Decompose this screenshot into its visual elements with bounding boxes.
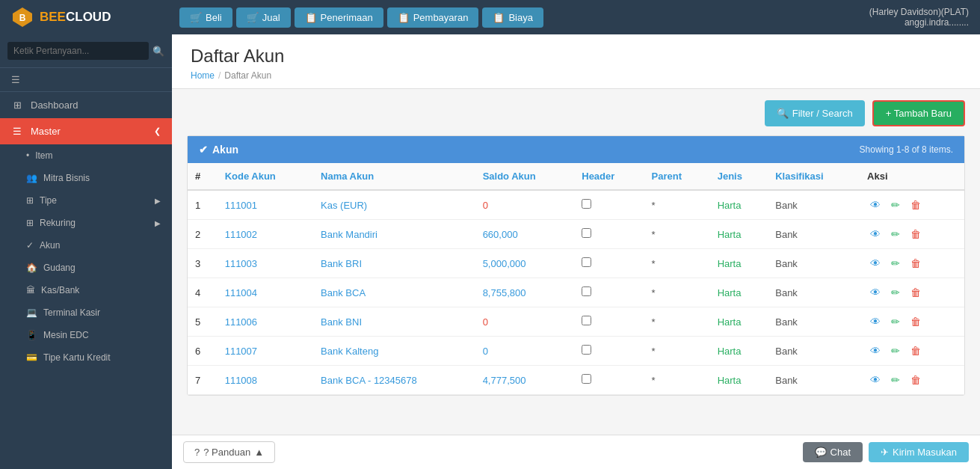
- action-bar: 🔍 Filter / Search + Tambah Baru: [187, 100, 965, 126]
- tipe-kartu-icon: 💳: [26, 352, 37, 363]
- sidebar-item-mitra-bisnis[interactable]: 👥 Mitra Bisnis: [0, 167, 172, 189]
- send-icon: ✈: [881, 447, 889, 458]
- delete-icon[interactable]: 🗑: [907, 372, 924, 388]
- gudang-icon: 🏠: [26, 263, 37, 273]
- filter-search-button[interactable]: 🔍 Filter / Search: [765, 100, 865, 126]
- panduan-button[interactable]: ? ? Panduan ▲: [183, 441, 275, 463]
- item-icon: •: [26, 150, 29, 161]
- delete-icon[interactable]: 🗑: [907, 226, 924, 242]
- sidebar-toggle[interactable]: ☰: [0, 68, 172, 92]
- sidebar-item-akun[interactable]: ✓ Akun: [0, 234, 172, 257]
- edit-icon[interactable]: ✏: [887, 197, 904, 213]
- search-input[interactable]: [7, 42, 149, 60]
- table-card-header: ✔ Akun Showing 1-8 of 8 items.: [188, 136, 964, 163]
- col-kode-akun: Kode Akun: [218, 163, 313, 190]
- delete-icon[interactable]: 🗑: [907, 284, 924, 301]
- view-icon[interactable]: 👁: [867, 372, 884, 388]
- edit-icon[interactable]: ✏: [887, 343, 904, 359]
- cell-jenis: Harta: [710, 366, 768, 395]
- akun-table: # Kode Akun Nama Akun Saldo Akun Header …: [188, 163, 964, 395]
- chat-icon: 💬: [815, 447, 827, 458]
- sidebar-item-gudang[interactable]: 🏠 Gudang: [0, 257, 172, 279]
- penerimaan-button[interactable]: 📋 Penerimaan: [295, 7, 383, 28]
- view-icon[interactable]: 👁: [867, 343, 884, 359]
- content-area: Daftar Akun Home / Daftar Akun 🔍 Filter …: [172, 34, 980, 469]
- cell-jenis: Harta: [710, 249, 768, 278]
- table-row: 4 111004 Bank BCA 8,755,800 * Harta Bank…: [188, 278, 964, 307]
- delete-icon[interactable]: 🗑: [907, 313, 924, 330]
- sidebar-item-dashboard[interactable]: ⊞ Dashboard: [0, 92, 172, 118]
- cell-header[interactable]: [574, 278, 644, 307]
- sidebar-item-kas-bank[interactable]: 🏛 Kas/Bank: [0, 279, 172, 301]
- breadcrumb-home[interactable]: Home: [191, 70, 215, 81]
- sidebar-item-mesin-edc[interactable]: 📱 Mesin EDC: [0, 324, 172, 346]
- rekuring-chevron-icon: ▶: [155, 219, 161, 227]
- delete-icon[interactable]: 🗑: [907, 255, 924, 272]
- tipe-icon: ⊞: [26, 195, 34, 206]
- view-icon[interactable]: 👁: [867, 226, 884, 242]
- cell-saldo: 8,755,800: [475, 278, 575, 307]
- sidebar-item-rekuring[interactable]: ⊞ Rekuring ▶: [0, 212, 172, 234]
- cell-saldo: 4,777,500: [475, 366, 575, 395]
- cell-parent: *: [644, 337, 710, 366]
- kas-bank-icon: 🏛: [26, 285, 35, 295]
- jual-button[interactable]: 🛒 Jual: [236, 7, 291, 28]
- tambah-baru-button[interactable]: + Tambah Baru: [872, 100, 965, 126]
- sidebar-item-tipe[interactable]: ⊞ Tipe ▶: [0, 189, 172, 212]
- chat-button[interactable]: 💬 Chat: [803, 442, 863, 462]
- delete-icon[interactable]: 🗑: [907, 197, 924, 213]
- sidebar-nav: ⊞ Dashboard ☰ Master ❮ • Item 👥 Mitra Bi…: [0, 92, 172, 469]
- sidebar-item-tipe-kartu-kredit[interactable]: 💳 Tipe Kartu Kredit: [0, 346, 172, 369]
- cell-kode[interactable]: 111007: [218, 337, 313, 366]
- master-chevron-icon: ❮: [154, 126, 161, 136]
- beli-button[interactable]: 🛒 Beli: [179, 7, 232, 28]
- edit-icon[interactable]: ✏: [887, 313, 904, 330]
- pembayaran-button[interactable]: 📋 Pembayaran: [387, 7, 479, 28]
- sidebar-item-master[interactable]: ☰ Master ❮: [0, 118, 172, 144]
- table-card: ✔ Akun Showing 1-8 of 8 items. # Kode Ak…: [187, 135, 965, 396]
- sidebar-search-area: 🔍: [0, 34, 172, 68]
- cell-kode[interactable]: 111008: [218, 366, 313, 395]
- view-icon[interactable]: 👁: [867, 284, 884, 301]
- sidebar-item-terminal-kasir[interactable]: 💻 Terminal Kasir: [0, 301, 172, 324]
- cell-header[interactable]: [574, 307, 644, 337]
- biaya-button[interactable]: 📋 Biaya: [482, 7, 543, 28]
- cell-aksi: 👁 ✏ 🗑: [860, 337, 964, 366]
- cell-no: 6: [188, 337, 218, 366]
- cell-header[interactable]: [574, 220, 644, 249]
- cell-kode[interactable]: 111006: [218, 307, 313, 337]
- view-icon[interactable]: 👁: [867, 313, 884, 330]
- cell-aksi: 👁 ✏ 🗑: [860, 278, 964, 307]
- search-icon[interactable]: 🔍: [152, 46, 164, 57]
- cell-no: 1: [188, 190, 218, 220]
- sidebar-item-item[interactable]: • Item: [0, 144, 172, 167]
- cell-kode[interactable]: 111001: [218, 190, 313, 220]
- cell-kode[interactable]: 111002: [218, 220, 313, 249]
- cell-nama: Kas (EUR): [313, 190, 475, 220]
- cell-kode[interactable]: 111004: [218, 278, 313, 307]
- cell-nama: Bank BCA - 12345678: [313, 366, 475, 395]
- edit-icon[interactable]: ✏: [887, 372, 904, 388]
- kirim-masukan-button[interactable]: ✈ Kirim Masukan: [869, 442, 969, 462]
- cell-saldo: 660,000: [475, 220, 575, 249]
- cell-header[interactable]: [574, 337, 644, 366]
- content-body: 🔍 Filter / Search + Tambah Baru ✔ Akun S…: [172, 89, 980, 435]
- cell-saldo: 0: [475, 190, 575, 220]
- bottom-bar: ? ? Panduan ▲ 💬 Chat ✈ Kirim Masukan: [172, 435, 980, 469]
- edit-icon[interactable]: ✏: [887, 226, 904, 242]
- cell-kode[interactable]: 111003: [218, 249, 313, 278]
- edit-icon[interactable]: ✏: [887, 255, 904, 272]
- view-icon[interactable]: 👁: [867, 255, 884, 272]
- cell-header[interactable]: [574, 366, 644, 395]
- mitra-icon: 👥: [26, 173, 37, 183]
- view-icon[interactable]: 👁: [867, 197, 884, 213]
- cell-no: 5: [188, 307, 218, 337]
- table-row: 7 111008 Bank BCA - 12345678 4,777,500 *…: [188, 366, 964, 395]
- col-parent: Parent: [644, 163, 710, 190]
- cell-header[interactable]: [574, 249, 644, 278]
- cell-klasifikasi: Bank: [768, 337, 860, 366]
- delete-icon[interactable]: 🗑: [907, 343, 924, 359]
- cell-header[interactable]: [574, 190, 644, 220]
- dashboard-icon: ⊞: [11, 99, 23, 111]
- edit-icon[interactable]: ✏: [887, 284, 904, 301]
